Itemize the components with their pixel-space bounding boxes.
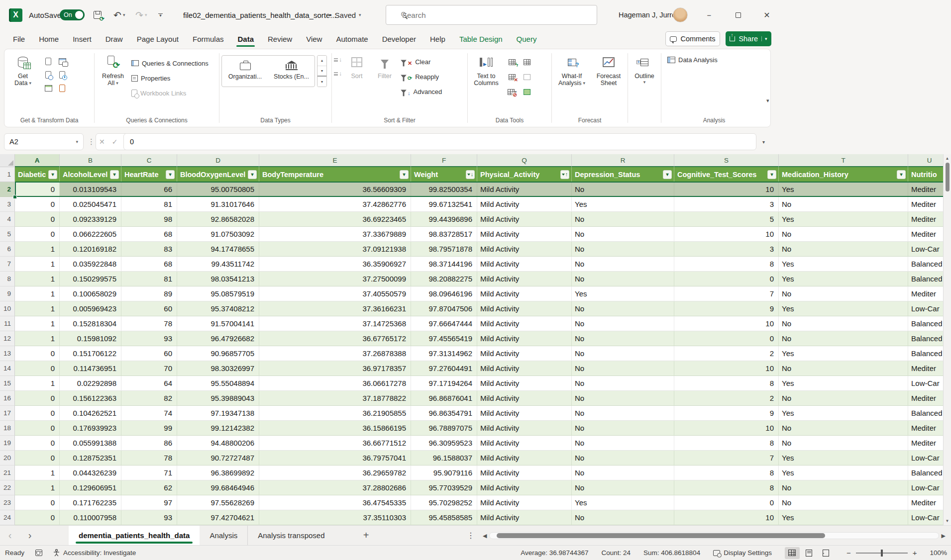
tab-insert[interactable]: Insert bbox=[66, 30, 99, 48]
cell-R21[interactable]: No bbox=[572, 466, 674, 480]
cell-Q7[interactable]: Mild Activity bbox=[477, 257, 572, 272]
column-letter-C[interactable]: C bbox=[121, 154, 177, 167]
row-number-23[interactable]: 23 bbox=[0, 495, 15, 510]
horizontal-scrollbar[interactable]: ◀ ▶ bbox=[480, 530, 948, 542]
header-cell-A[interactable]: Diabetic▾ bbox=[15, 167, 60, 182]
cell-Q14[interactable]: Mild Activity bbox=[477, 361, 572, 376]
tab-help[interactable]: Help bbox=[423, 30, 452, 48]
cell-B6[interactable]: 0.120169182 bbox=[60, 242, 121, 257]
column-letter-S[interactable]: S bbox=[674, 154, 779, 167]
cell-B5[interactable]: 0.066222605 bbox=[60, 227, 121, 242]
cell-D5[interactable]: 91.07503092 bbox=[177, 227, 259, 242]
cell-T15[interactable]: Yes bbox=[779, 376, 908, 391]
sum-readout[interactable]: Sum: 406.8618804 bbox=[643, 549, 700, 557]
cell-D14[interactable]: 98.30326997 bbox=[177, 361, 259, 376]
cell-A12[interactable]: 1 bbox=[15, 331, 60, 346]
row-number-9[interactable]: 9 bbox=[0, 286, 15, 301]
cell-F2[interactable]: 99.82500354 bbox=[411, 182, 477, 197]
row-number-5[interactable]: 5 bbox=[0, 227, 15, 242]
tab-table-design[interactable]: Table Design bbox=[452, 30, 510, 48]
cell-B10[interactable]: 0.005969423 bbox=[60, 301, 121, 316]
cell-F4[interactable]: 99.44396896 bbox=[411, 212, 477, 227]
header-cell-T[interactable]: Medication_History▾ bbox=[779, 167, 908, 182]
comments-button[interactable]: Comments bbox=[665, 31, 720, 46]
fill-handle[interactable] bbox=[13, 195, 17, 199]
cell-Q18[interactable]: Mild Activity bbox=[477, 421, 572, 436]
cell-S17[interactable]: 9 bbox=[674, 406, 779, 421]
cell-A4[interactable]: 0 bbox=[15, 212, 60, 227]
cell-T20[interactable]: Yes bbox=[779, 451, 908, 466]
row-number-20[interactable]: 20 bbox=[0, 451, 15, 466]
previous-sheet-button[interactable]: ‹ bbox=[0, 530, 20, 541]
cell-A8[interactable]: 1 bbox=[15, 272, 60, 286]
cell-S2[interactable]: 10 bbox=[674, 182, 779, 197]
scroll-left-icon[interactable]: ◀ bbox=[480, 533, 489, 539]
cell-E2[interactable]: 36.56609309 bbox=[259, 182, 411, 197]
tab-formulas[interactable]: Formulas bbox=[186, 30, 231, 48]
cell-E23[interactable]: 36.47545335 bbox=[259, 495, 411, 510]
cell-A2[interactable]: 0 bbox=[15, 182, 60, 197]
cell-T18[interactable]: No bbox=[779, 421, 908, 436]
recent-sources-button[interactable] bbox=[55, 68, 69, 82]
cell-R22[interactable]: No bbox=[572, 480, 674, 495]
cell-R17[interactable]: No bbox=[572, 406, 674, 421]
macro-record-icon[interactable] bbox=[35, 550, 42, 556]
cell-D15[interactable]: 95.55048894 bbox=[177, 376, 259, 391]
data-analysis-button[interactable]: Data Analysis bbox=[663, 51, 718, 63]
cell-F20[interactable]: 96.1588037 bbox=[411, 451, 477, 466]
cell-S22[interactable]: 8 bbox=[674, 480, 779, 495]
name-box[interactable]: A2 ▾ bbox=[4, 133, 84, 150]
cell-T5[interactable]: No bbox=[779, 227, 908, 242]
cell-D16[interactable]: 95.39889043 bbox=[177, 391, 259, 406]
cell-B20[interactable]: 0.128752351 bbox=[60, 451, 121, 466]
cell-T19[interactable]: No bbox=[779, 436, 908, 451]
consolidate-button[interactable] bbox=[520, 55, 534, 70]
relationships-button[interactable] bbox=[520, 70, 534, 85]
text-to-columns-button[interactable]: ▶ Text toColumns bbox=[470, 51, 503, 87]
cell-F12[interactable]: 97.45565419 bbox=[411, 331, 477, 346]
cell-B21[interactable]: 0.044326239 bbox=[60, 466, 121, 480]
cell-B9[interactable]: 0.100658029 bbox=[60, 286, 121, 301]
cell-D17[interactable]: 97.19347138 bbox=[177, 406, 259, 421]
page-break-view-button[interactable] bbox=[819, 547, 834, 559]
formula-input[interactable]: 0 bbox=[123, 133, 756, 150]
clear-filter-button[interactable]: ✕Clear bbox=[400, 56, 442, 68]
cell-C19[interactable]: 86 bbox=[121, 436, 177, 451]
cell-D4[interactable]: 92.86582028 bbox=[177, 212, 259, 227]
cell-B14[interactable]: 0.114736951 bbox=[60, 361, 121, 376]
cell-T24[interactable]: Yes bbox=[779, 510, 908, 525]
tab-home[interactable]: Home bbox=[32, 30, 66, 48]
reapply-filter-button[interactable]: ⟳Reapply bbox=[400, 71, 442, 83]
sheet-tab-analysis[interactable]: Analysis bbox=[200, 526, 247, 546]
filter-button-F[interactable]: ↓ bbox=[466, 170, 475, 179]
cell-E12[interactable]: 36.67765172 bbox=[259, 331, 411, 346]
cell-R11[interactable]: No bbox=[572, 316, 674, 331]
cell-R18[interactable]: No bbox=[572, 421, 674, 436]
cell-R4[interactable]: No bbox=[572, 212, 674, 227]
flash-fill-button[interactable]: ϟ bbox=[505, 55, 520, 70]
cancel-button[interactable]: ✕ bbox=[99, 138, 105, 146]
cell-Q22[interactable]: Mild Activity bbox=[477, 480, 572, 495]
cell-A13[interactable]: 0 bbox=[15, 346, 60, 361]
tab-developer[interactable]: Developer bbox=[375, 30, 423, 48]
cell-T17[interactable]: Yes bbox=[779, 406, 908, 421]
cell-A6[interactable]: 1 bbox=[15, 242, 60, 257]
cell-F19[interactable]: 96.30959523 bbox=[411, 436, 477, 451]
cell-E14[interactable]: 36.97178357 bbox=[259, 361, 411, 376]
cell-C15[interactable]: 64 bbox=[121, 376, 177, 391]
cell-F11[interactable]: 97.66647444 bbox=[411, 316, 477, 331]
filter-button-Q[interactable]: ↑ bbox=[560, 170, 569, 179]
what-if-analysis-button[interactable]: What-IfAnalysis▾ bbox=[554, 51, 590, 87]
close-button[interactable]: ✕ bbox=[755, 0, 778, 30]
header-cell-E[interactable]: BodyTemperature▾ bbox=[259, 167, 411, 182]
cell-D20[interactable]: 90.72727487 bbox=[177, 451, 259, 466]
filter-button-R[interactable]: ▾ bbox=[663, 170, 672, 179]
cell-S10[interactable]: 9 bbox=[674, 301, 779, 316]
cell-A7[interactable]: 1 bbox=[15, 257, 60, 272]
cell-C11[interactable]: 78 bbox=[121, 316, 177, 331]
save-status-dropdown[interactable]: • Saved ▾ bbox=[329, 0, 361, 30]
display-settings-button[interactable]: Display Settings bbox=[713, 549, 772, 557]
header-cell-C[interactable]: HeartRate▾ bbox=[121, 167, 177, 182]
cell-D2[interactable]: 95.00750805 bbox=[177, 182, 259, 197]
cell-D6[interactable]: 94.17478655 bbox=[177, 242, 259, 257]
